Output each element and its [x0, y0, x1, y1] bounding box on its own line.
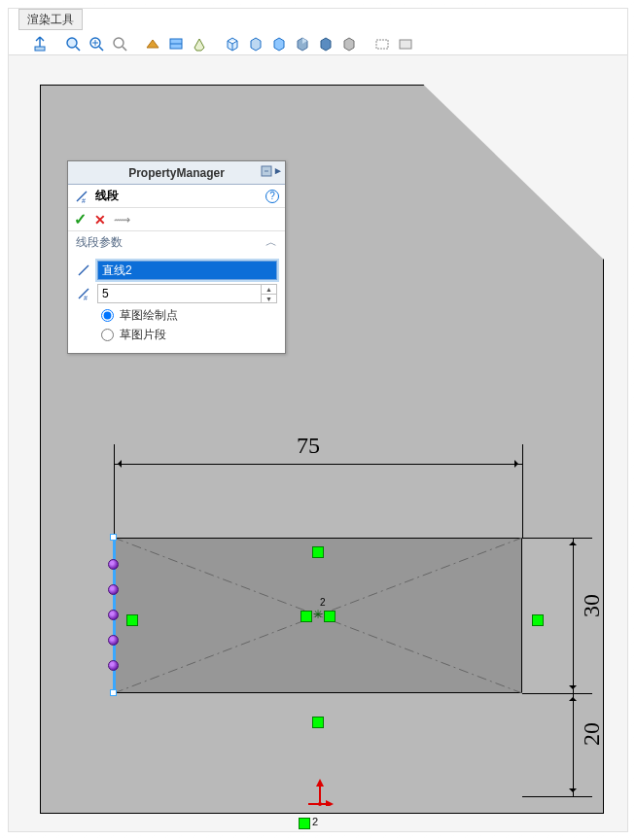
- pm-feature-name: 线段: [95, 188, 119, 204]
- section-view2-icon[interactable]: [166, 34, 186, 53]
- svg-marker-23: [316, 779, 324, 787]
- radio-sketch-segments-label: 草图片段: [120, 327, 166, 343]
- origin-label: 2: [312, 816, 318, 827]
- svg-line-17: [79, 265, 88, 275]
- ok-button[interactable]: ✓: [74, 210, 87, 228]
- svg-point-1: [67, 38, 77, 48]
- dim-20[interactable]: 20: [579, 722, 605, 746]
- horizontal-relation-icon[interactable]: [312, 717, 324, 728]
- endpoint-handle[interactable]: [110, 689, 117, 696]
- radio-sketch-points-label: 草图绘制点: [120, 307, 178, 324]
- svg-rect-0: [35, 47, 45, 51]
- scene-icon[interactable]: [396, 34, 415, 53]
- segment-icon: #: [74, 189, 89, 204]
- display-style-icon[interactable]: [190, 34, 209, 53]
- pm-feature-row: # 线段 ?: [68, 185, 285, 208]
- pm-section-header[interactable]: 线段参数 ︿: [68, 231, 285, 253]
- radio-sketch-segments[interactable]: [101, 329, 114, 341]
- svg-text:#: #: [84, 295, 88, 300]
- svg-line-2: [76, 47, 80, 51]
- sketch-point[interactable]: [108, 660, 119, 671]
- orientation-icon[interactable]: [30, 34, 50, 53]
- display-style4-icon[interactable]: [339, 34, 359, 53]
- prev-view-icon[interactable]: [110, 34, 129, 53]
- section-view-icon[interactable]: [143, 34, 162, 53]
- cube-shaded-icon[interactable]: [269, 34, 289, 53]
- origin-relation-icon[interactable]: [299, 818, 310, 829]
- vertical-relation-icon[interactable]: [126, 614, 138, 626]
- tab-render-tools[interactable]: 渲染工具: [18, 9, 83, 30]
- dim-75[interactable]: 75: [297, 433, 320, 459]
- zoom-fit-icon[interactable]: [63, 34, 83, 53]
- zoom-area-icon[interactable]: [87, 34, 106, 53]
- app-frame: 渲染工具 PropertyManager ▸: [8, 8, 628, 832]
- horizontal-relation-icon[interactable]: [312, 546, 324, 558]
- spin-down[interactable]: ▼: [261, 294, 276, 302]
- svg-line-8: [123, 47, 126, 51]
- display-style2-icon[interactable]: [293, 34, 312, 53]
- svg-rect-11: [376, 40, 388, 49]
- pm-titlebar: PropertyManager ▸: [68, 161, 285, 185]
- pin-button[interactable]: ⟿: [114, 213, 130, 227]
- pm-pushpin-icon[interactable]: [260, 164, 273, 181]
- radio-sketch-points[interactable]: [101, 309, 114, 322]
- property-manager-panel: PropertyManager ▸ # 线段 ? ✓ ✕ ⟿ 线段参数 ︿: [67, 160, 286, 354]
- count-icon: #: [76, 286, 91, 301]
- pm-expand-icon[interactable]: ▸: [275, 164, 281, 181]
- sketch-point[interactable]: [108, 559, 119, 570]
- svg-text:#: #: [82, 197, 86, 203]
- origin-icon[interactable]: [306, 779, 334, 806]
- svg-marker-25: [326, 800, 334, 806]
- hide-show-icon[interactable]: [372, 34, 392, 53]
- spin-up[interactable]: ▲: [261, 285, 276, 294]
- svg-point-26: [318, 802, 322, 806]
- sketch-point[interactable]: [108, 610, 119, 620]
- svg-line-6: [99, 47, 103, 51]
- count-spinner[interactable]: ▲ ▼: [97, 284, 277, 303]
- cancel-button[interactable]: ✕: [94, 212, 106, 228]
- svg-rect-12: [400, 40, 411, 49]
- svg-point-7: [114, 38, 124, 48]
- view-toolbar: [9, 32, 627, 55]
- center-relations[interactable]: ✳ 2: [300, 607, 336, 626]
- display-style3-icon[interactable]: [316, 34, 336, 53]
- vertical-relation-icon[interactable]: [532, 614, 544, 626]
- viewport[interactable]: PropertyManager ▸ # 线段 ? ✓ ✕ ⟿ 线段参数 ︿: [9, 55, 627, 831]
- pm-title: PropertyManager: [128, 166, 225, 180]
- cube-hidden-icon[interactable]: [246, 34, 265, 53]
- sketch-point[interactable]: [108, 584, 119, 595]
- count-input[interactable]: [98, 287, 261, 300]
- cube-wire-icon[interactable]: [223, 34, 242, 53]
- dim-30[interactable]: 30: [579, 594, 605, 617]
- endpoint-handle[interactable]: [110, 534, 117, 541]
- help-icon[interactable]: ?: [265, 190, 279, 203]
- sketch-point[interactable]: [108, 635, 119, 646]
- selected-entity-field[interactable]: 直线2: [97, 261, 277, 280]
- chevron-up-icon: ︿: [265, 234, 277, 251]
- sketch-area: 75 30 20: [94, 473, 604, 829]
- line-select-icon: [76, 262, 91, 278]
